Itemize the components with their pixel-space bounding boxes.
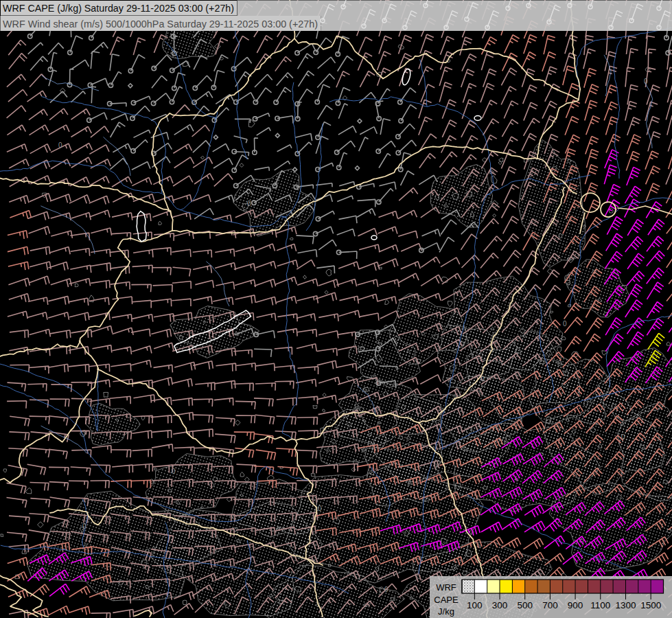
svg-text:0: 0 bbox=[318, 505, 322, 512]
svg-text:WRF CAPE (J/kg) Saturday 29-11: WRF CAPE (J/kg) Saturday 29-11-2025 03:0… bbox=[3, 2, 234, 14]
svg-text:300: 300 bbox=[492, 600, 508, 610]
svg-text:0: 0 bbox=[384, 586, 389, 593]
svg-text:0: 0 bbox=[82, 523, 86, 530]
svg-text:1300: 1300 bbox=[615, 600, 636, 610]
svg-text:700: 700 bbox=[542, 600, 558, 610]
svg-text:WRF: WRF bbox=[436, 582, 456, 593]
svg-text:0: 0 bbox=[644, 78, 648, 85]
svg-text:J/kg: J/kg bbox=[438, 606, 454, 617]
svg-text:0: 0 bbox=[563, 320, 567, 328]
svg-text:900: 900 bbox=[568, 600, 583, 610]
svg-text:100: 100 bbox=[467, 600, 483, 610]
svg-text:WRF Wind shear (m/s) 500/1000h: WRF Wind shear (m/s) 500/1000hPa Saturda… bbox=[3, 18, 318, 30]
svg-text:500: 500 bbox=[517, 600, 533, 610]
svg-text:0: 0 bbox=[480, 375, 485, 382]
svg-text:0: 0 bbox=[621, 433, 625, 441]
svg-text:1100: 1100 bbox=[590, 600, 610, 610]
svg-text:0: 0 bbox=[172, 468, 176, 475]
svg-text:0: 0 bbox=[247, 200, 251, 207]
svg-text:CAPE: CAPE bbox=[434, 595, 459, 605]
svg-text:1500: 1500 bbox=[640, 600, 661, 610]
svg-text:0: 0 bbox=[58, 141, 62, 149]
